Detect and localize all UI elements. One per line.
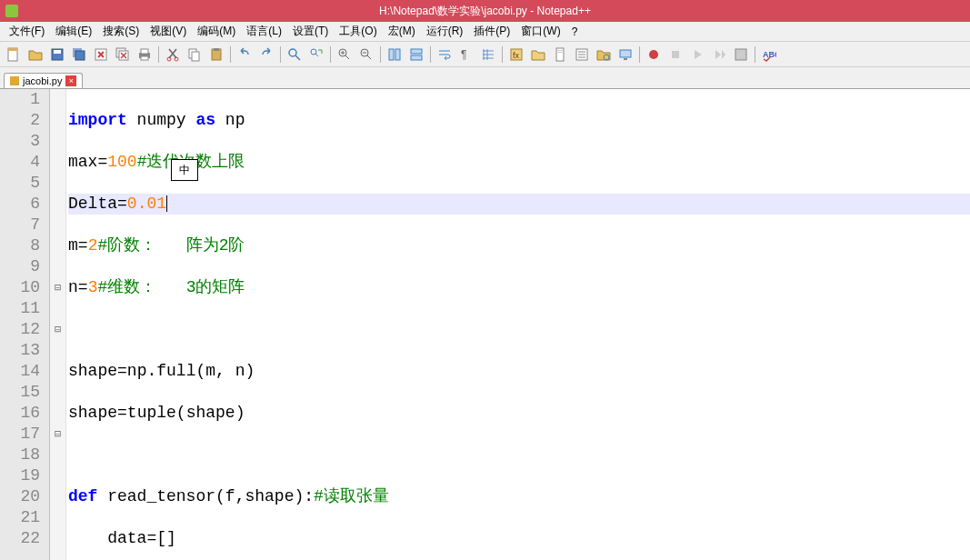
code-line: def read_tensor(f,shape):#读取张量 — [68, 486, 970, 507]
fold-gutter: ⊟ ⊟ ⊟ — [50, 89, 66, 560]
monitor-icon[interactable] — [615, 45, 635, 65]
line-number: 21 — [0, 507, 40, 528]
svg-rect-17 — [214, 48, 219, 51]
code-line: data=[] — [68, 528, 970, 549]
play-icon[interactable] — [687, 45, 707, 65]
svg-rect-37 — [672, 51, 679, 58]
menu-encoding[interactable]: 编码(M) — [192, 22, 241, 41]
print-icon[interactable] — [135, 45, 155, 65]
app-icon — [5, 5, 18, 17]
line-number: 10 — [0, 277, 40, 298]
menu-window[interactable]: 窗口(W) — [515, 22, 565, 41]
record-icon[interactable] — [644, 45, 664, 65]
zoom-out-icon[interactable] — [356, 45, 376, 65]
close-icon[interactable] — [91, 45, 111, 65]
spellcheck-icon[interactable]: ABC — [759, 45, 779, 65]
folder-icon[interactable] — [528, 45, 548, 65]
editor[interactable]: 1 2 3 4 5 6 7 8 9 10 11 12 13 14 15 16 1… — [0, 89, 970, 560]
fold-marker — [50, 298, 65, 319]
show-all-chars-icon[interactable]: ¶ — [456, 45, 476, 65]
sync-v-icon[interactable] — [385, 45, 405, 65]
line-number: 11 — [0, 298, 40, 319]
code-area[interactable]: import numpy as np max=100#迭代次数上限 Delta=… — [66, 89, 970, 560]
tab-close-icon[interactable]: × — [65, 75, 76, 86]
fold-marker[interactable]: ⊟ — [50, 277, 65, 298]
svg-rect-10 — [141, 49, 148, 54]
svg-rect-1 — [8, 48, 17, 51]
svg-point-36 — [649, 50, 658, 59]
close-all-icon[interactable] — [113, 45, 133, 65]
stop-icon[interactable] — [665, 45, 685, 65]
zoom-in-icon[interactable] — [335, 45, 355, 65]
fold-marker — [50, 445, 65, 465]
titlebar: H:\Notepad\数学实验\jacobi.py - Notepad++ — [0, 0, 970, 22]
line-number: 14 — [0, 361, 40, 382]
line-number: 7 — [0, 215, 40, 235]
menu-view[interactable]: 视图(V) — [145, 22, 192, 41]
line-number: 3 — [0, 131, 40, 152]
svg-rect-31 — [557, 52, 563, 53]
folder-view-icon[interactable] — [594, 45, 614, 65]
code-line: n=3#维数： 3的矩阵 — [68, 277, 970, 298]
copy-icon[interactable] — [185, 45, 205, 65]
fold-marker — [50, 110, 65, 131]
menu-help[interactable]: ? — [566, 24, 584, 40]
fold-marker — [50, 256, 65, 277]
indent-guide-icon[interactable] — [478, 45, 498, 65]
lang-icon[interactable]: fx — [506, 45, 526, 65]
menu-language[interactable]: 语言(L) — [241, 22, 287, 41]
wrap-icon[interactable] — [435, 45, 455, 65]
undo-icon[interactable] — [235, 45, 255, 65]
fold-marker[interactable]: ⊟ — [50, 319, 65, 340]
fold-marker[interactable]: ⊟ — [50, 424, 65, 445]
separator-icon — [430, 46, 431, 63]
menu-settings[interactable]: 设置(T) — [287, 22, 334, 41]
menu-run[interactable]: 运行(R) — [421, 22, 469, 41]
save-icon[interactable] — [47, 45, 67, 65]
code-line: max=100#迭代次数上限 — [68, 152, 970, 173]
menu-search[interactable]: 搜索(S) — [97, 22, 145, 41]
paste-icon[interactable] — [206, 45, 226, 65]
play2-icon[interactable] — [709, 45, 729, 65]
line-number: 9 — [0, 256, 40, 277]
svg-rect-11 — [141, 56, 148, 60]
line-number: 19 — [0, 465, 40, 486]
cut-icon[interactable] — [163, 45, 183, 65]
new-file-icon[interactable] — [4, 45, 24, 65]
tabbar: jacobi.py × — [0, 67, 970, 89]
func-list-icon[interactable] — [572, 45, 592, 65]
tab-jacobi[interactable]: jacobi.py × — [4, 73, 83, 88]
line-number: 8 — [0, 235, 40, 256]
redo-icon[interactable] — [256, 45, 276, 65]
fold-marker — [50, 340, 65, 361]
line-number: 16 — [0, 403, 40, 424]
line-number: 15 — [0, 382, 40, 403]
open-file-icon[interactable] — [25, 45, 45, 65]
sync-h-icon[interactable] — [406, 45, 426, 65]
menu-plugins[interactable]: 插件(P) — [468, 22, 515, 41]
menu-macro[interactable]: 宏(M) — [383, 22, 421, 41]
line-number: 20 — [0, 486, 40, 507]
line-gutter: 1 2 3 4 5 6 7 8 9 10 11 12 13 14 15 16 1… — [0, 89, 50, 560]
code-line — [68, 445, 970, 465]
svg-rect-25 — [411, 55, 422, 60]
svg-rect-15 — [192, 52, 199, 61]
line-number: 12 — [0, 319, 40, 340]
ime-indicator: 中 — [171, 159, 198, 181]
fold-marker — [50, 486, 65, 507]
menubar: 文件(F) 编辑(E) 搜索(S) 视图(V) 编码(M) 语言(L) 设置(T… — [0, 22, 970, 42]
fold-marker — [50, 465, 65, 486]
save-all-icon[interactable] — [69, 45, 89, 65]
save-macro-icon[interactable] — [731, 45, 751, 65]
menu-tools[interactable]: 工具(O) — [334, 22, 382, 41]
menu-file[interactable]: 文件(F) — [4, 22, 50, 41]
fold-marker — [50, 89, 65, 110]
find-icon[interactable] — [285, 45, 305, 65]
line-number: 18 — [0, 445, 40, 465]
replace-icon[interactable] — [306, 45, 326, 65]
code-line — [68, 319, 970, 340]
doc-map-icon[interactable] — [550, 45, 570, 65]
menu-edit[interactable]: 编辑(E) — [50, 22, 97, 41]
svg-rect-24 — [411, 49, 422, 54]
separator-icon — [330, 46, 331, 63]
